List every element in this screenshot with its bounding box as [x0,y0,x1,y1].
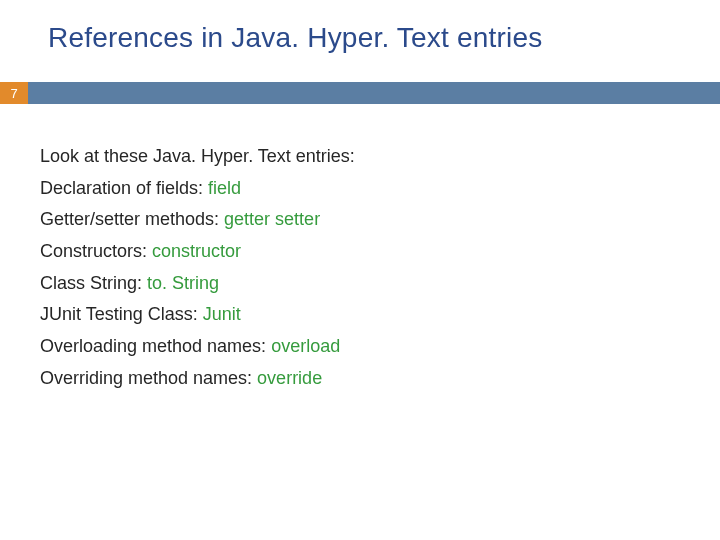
entry-keyword: override [257,368,322,388]
entry-keyword: getter setter [224,209,320,229]
entry-label: JUnit Testing Class: [40,304,203,324]
content-block: Look at these Java. Hyper. Text entries:… [0,142,720,394]
intro-line: Look at these Java. Hyper. Text entries: [40,142,720,172]
entry-line: Getter/setter methods: getter setter [40,205,720,235]
slide: References in Java. Hyper. Text entries … [0,0,720,540]
page-bar-fill [28,82,720,104]
page-bar: 7 [0,82,720,104]
entry-label: Overloading method names: [40,336,271,356]
entry-line: Overriding method names: override [40,364,720,394]
entry-line: Declaration of fields: field [40,174,720,204]
entry-label: Constructors: [40,241,152,261]
entry-keyword: Junit [203,304,241,324]
entry-line: Overloading method names: overload [40,332,720,362]
entry-line: Constructors: constructor [40,237,720,267]
entry-keyword: overload [271,336,340,356]
entry-label: Overriding method names: [40,368,257,388]
entry-label: Getter/setter methods: [40,209,224,229]
entry-keyword: field [208,178,241,198]
entry-line: Class String: to. String [40,269,720,299]
entry-keyword: to. String [147,273,219,293]
slide-title: References in Java. Hyper. Text entries [0,22,720,54]
entry-keyword: constructor [152,241,241,261]
page-number-badge: 7 [0,82,28,104]
entry-label: Declaration of fields: [40,178,208,198]
entry-label: Class String: [40,273,147,293]
entry-line: JUnit Testing Class: Junit [40,300,720,330]
